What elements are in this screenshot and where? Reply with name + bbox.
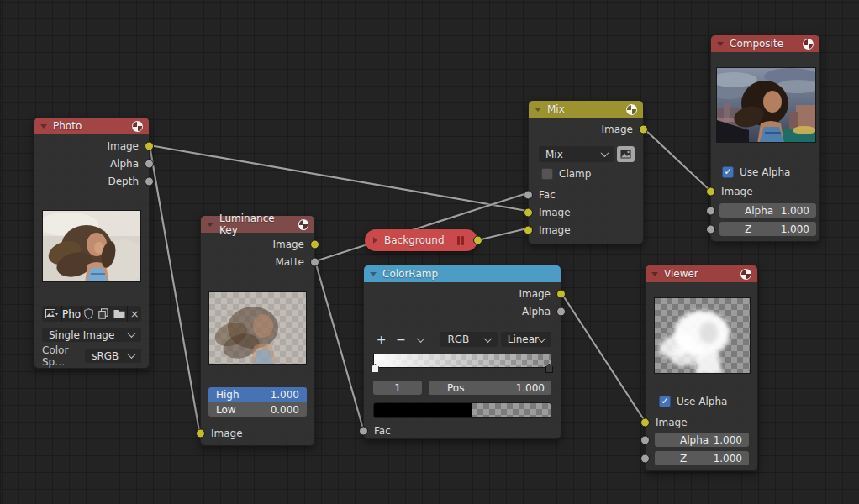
image-datablock-selector: Pho × bbox=[42, 306, 141, 322]
link-lumkey.matte_out-to-colorramp.fac_in[interactable] bbox=[315, 261, 362, 426]
ramp-options-dropdown[interactable] bbox=[413, 337, 429, 343]
node-viewer[interactable]: Viewer ✓ Use Alpha Image bbox=[645, 265, 758, 471]
socket-image2-input[interactable] bbox=[524, 225, 533, 234]
active-stop-index-field[interactable]: 1 bbox=[373, 381, 422, 395]
link-photo.image_out-to-lumkey.image_in[interactable] bbox=[150, 145, 199, 431]
node-title: Mix bbox=[547, 103, 565, 115]
color-ramp-gradient[interactable] bbox=[373, 354, 551, 368]
collapse-icon[interactable] bbox=[717, 42, 724, 46]
interpolation-dropdown[interactable]: Linear bbox=[501, 332, 551, 347]
socket-alpha-input[interactable] bbox=[640, 435, 650, 444]
socket-z-input[interactable] bbox=[706, 224, 715, 234]
socket-fac-input[interactable] bbox=[524, 190, 533, 199]
collapse-icon[interactable] bbox=[370, 272, 377, 276]
socket-image-input[interactable] bbox=[196, 428, 205, 438]
image-source-dropdown[interactable]: Single Image bbox=[42, 328, 141, 342]
socket-image-output[interactable] bbox=[310, 239, 319, 249]
node-editor-canvas[interactable]: Photo Image Alpha Depth bbox=[0, 0, 859, 504]
socket-row: Alpha 1.000 bbox=[655, 433, 749, 447]
collapse-icon[interactable] bbox=[207, 223, 213, 227]
node-background-collapsed[interactable]: Background bbox=[365, 229, 477, 251]
link-background.out-to-mix.image2_in[interactable] bbox=[477, 228, 527, 240]
node-title: Viewer bbox=[664, 268, 698, 280]
socket-alpha-output[interactable] bbox=[145, 159, 154, 168]
socket-image-input[interactable] bbox=[706, 186, 715, 196]
node-colorramp[interactable]: ColorRamp Image Alpha + − RGB Linear bbox=[363, 265, 561, 439]
use-alpha-label: Use Alpha bbox=[740, 166, 790, 178]
node-mix[interactable]: Mix Image Mix Clamp bbox=[528, 100, 644, 244]
stop-position-field[interactable]: Pos 1.000 bbox=[429, 381, 551, 395]
node-composite-header[interactable]: Composite bbox=[711, 35, 819, 52]
node-colorramp-header[interactable]: ColorRamp bbox=[364, 265, 561, 282]
remove-stop-button[interactable]: − bbox=[393, 333, 408, 346]
viewer-preview-image bbox=[654, 297, 751, 374]
socket-fac-input[interactable] bbox=[359, 426, 368, 435]
collapse-icon[interactable] bbox=[651, 272, 658, 276]
color-mode-dropdown[interactable]: RGB bbox=[440, 332, 497, 347]
link-mix.image_out-to-composite.image_in[interactable] bbox=[644, 129, 710, 191]
socket-image-input[interactable] bbox=[640, 417, 650, 427]
preview-sphere-icon[interactable] bbox=[803, 39, 814, 50]
node-photo[interactable]: Photo Image Alpha Depth bbox=[34, 117, 150, 369]
socket-image1-input[interactable] bbox=[524, 207, 533, 217]
image-browse-button[interactable] bbox=[42, 306, 61, 322]
color-space-label: Color Sp… bbox=[42, 344, 85, 368]
high-slider[interactable]: High 1.000 bbox=[208, 387, 307, 402]
z-value-field[interactable]: Z 1.000 bbox=[655, 451, 749, 465]
socket-alpha-output[interactable] bbox=[556, 307, 566, 316]
socket-image-output[interactable] bbox=[639, 124, 648, 134]
socket-row: Fac bbox=[364, 422, 561, 439]
color-space-dropdown[interactable]: sRGB bbox=[85, 349, 141, 363]
collapse-icon[interactable] bbox=[40, 124, 47, 129]
photo-preview-image bbox=[42, 210, 141, 282]
low-slider[interactable]: Low 0.000 bbox=[208, 402, 307, 417]
socket-z-input[interactable] bbox=[640, 454, 650, 463]
expand-icon[interactable] bbox=[373, 237, 377, 244]
key-sliders: High 1.000 Low 0.000 bbox=[208, 387, 307, 417]
socket-row: Alpha bbox=[364, 302, 561, 320]
chevron-down-icon bbox=[483, 334, 492, 343]
node-luminance-key-header[interactable]: Luminance Key bbox=[201, 216, 314, 233]
use-alpha-image-toggle[interactable] bbox=[617, 146, 635, 162]
blend-mode-dropdown[interactable]: Mix bbox=[539, 146, 614, 162]
output-label: Image bbox=[107, 140, 139, 152]
fake-user-shield-button[interactable] bbox=[82, 306, 97, 322]
use-alpha-checkbox[interactable]: ✓ bbox=[659, 396, 671, 407]
node-viewer-header[interactable]: Viewer bbox=[646, 265, 757, 282]
socket-image-output[interactable] bbox=[556, 289, 566, 298]
use-alpha-row: ✓ Use Alpha bbox=[722, 165, 811, 179]
socket-row: Depth bbox=[34, 172, 149, 190]
use-alpha-checkbox[interactable]: ✓ bbox=[722, 166, 734, 178]
add-stop-button[interactable]: + bbox=[373, 333, 389, 346]
preview-sphere-icon[interactable] bbox=[626, 104, 637, 115]
socket-alpha-input[interactable] bbox=[706, 206, 715, 215]
node-title: Composite bbox=[730, 38, 783, 50]
node-photo-header[interactable]: Photo bbox=[34, 118, 149, 134]
alpha-value-field[interactable]: Alpha 1.000 bbox=[719, 203, 816, 218]
unlink-x-button[interactable]: × bbox=[128, 306, 141, 322]
stop-color-swatch[interactable] bbox=[373, 402, 551, 418]
node-mix-header[interactable]: Mix bbox=[529, 101, 643, 118]
node-luminance-key[interactable]: Luminance Key Image Matte High bbox=[200, 215, 315, 446]
socket-matte-output[interactable] bbox=[310, 257, 319, 266]
open-image-folder-button[interactable] bbox=[111, 306, 127, 322]
image-name-field[interactable]: Pho bbox=[62, 306, 81, 322]
z-value-field[interactable]: Z 1.000 bbox=[719, 222, 816, 236]
socket-image-output[interactable] bbox=[145, 141, 154, 150]
new-image-copy-button[interactable] bbox=[97, 306, 112, 322]
output-label: Alpha bbox=[110, 158, 139, 170]
link-photo.image_out-to-mix.image1_in[interactable] bbox=[150, 145, 527, 211]
socket-background-output[interactable] bbox=[473, 236, 482, 245]
preview-sphere-icon[interactable] bbox=[132, 121, 143, 132]
chevron-down-icon bbox=[538, 334, 546, 343]
preview-sphere-icon[interactable] bbox=[740, 269, 751, 280]
clamp-checkbox[interactable] bbox=[541, 168, 553, 180]
socket-row: Image bbox=[711, 182, 819, 200]
node-composite[interactable]: Composite bbox=[710, 34, 820, 242]
preview-sphere-icon[interactable] bbox=[298, 219, 308, 230]
collapse-icon[interactable] bbox=[535, 108, 541, 112]
socket-row: Image bbox=[529, 203, 643, 221]
link-colorramp.image_out-to-viewer.image_in[interactable] bbox=[561, 293, 645, 421]
alpha-value-field[interactable]: Alpha 1.000 bbox=[655, 433, 749, 447]
socket-depth-output[interactable] bbox=[145, 176, 154, 186]
